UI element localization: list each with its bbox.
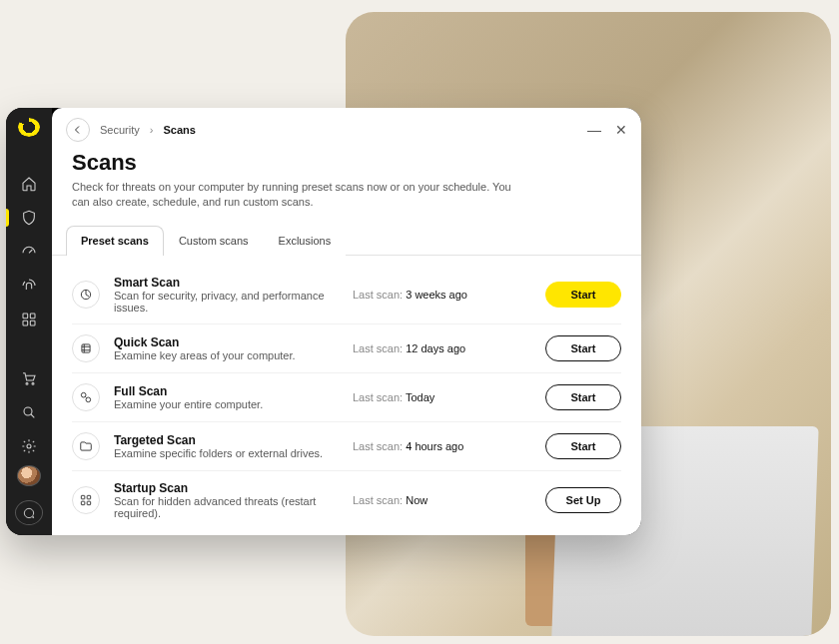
breadcrumb-current: Scans: [163, 124, 195, 136]
nav-performance[interactable]: [6, 237, 52, 267]
svg-point-7: [27, 444, 31, 448]
svg-rect-0: [23, 314, 28, 319]
back-button[interactable]: [66, 118, 90, 142]
svg-point-11: [86, 397, 91, 402]
cart-icon: [21, 370, 37, 386]
startup-scan-icon: [72, 486, 100, 514]
svg-rect-1: [30, 314, 35, 319]
scan-row-startup: Startup Scan Scan for hidden advanced th…: [72, 471, 621, 529]
tabs: Preset scans Custom scans Exclusions: [52, 225, 641, 256]
shield-icon: [21, 210, 37, 226]
svg-point-5: [32, 383, 34, 385]
full-scan-icon: [72, 383, 100, 411]
titlebar: Security › Scans — ✕: [52, 108, 641, 146]
svg-rect-12: [81, 495, 85, 499]
gear-icon: [21, 438, 37, 454]
nav-security[interactable]: [6, 203, 52, 233]
scan-title: Quick Scan: [114, 335, 339, 349]
nav-search[interactable]: [6, 397, 52, 427]
chat-icon: [22, 506, 36, 520]
scan-desc: Scan for hidden advanced threats (restar…: [114, 495, 339, 519]
svg-point-10: [81, 392, 86, 397]
scan-desc: Scan for security, privacy, and performa…: [114, 290, 339, 314]
scan-desc: Examine specific folders or external dri…: [114, 447, 339, 459]
fingerprint-icon: [21, 278, 37, 294]
svg-rect-15: [87, 501, 91, 505]
tab-exclusions[interactable]: Exclusions: [264, 226, 347, 256]
scan-row-smart: Smart Scan Scan for security, privacy, a…: [72, 266, 621, 324]
start-targeted-scan-button[interactable]: Start: [545, 433, 621, 459]
quick-scan-icon: [72, 334, 100, 362]
home-icon: [21, 176, 37, 192]
svg-point-6: [24, 407, 32, 415]
scan-row-targeted: Targeted Scan Examine specific folders o…: [72, 422, 621, 471]
scan-meta: Last scan: Now: [353, 494, 531, 506]
breadcrumb-parent[interactable]: Security: [100, 124, 140, 136]
nav-store[interactable]: [6, 363, 52, 393]
minimize-button[interactable]: —: [587, 123, 601, 137]
gauge-icon: [21, 244, 37, 260]
sidebar: [6, 108, 52, 535]
scan-meta: Last scan: 12 days ago: [353, 342, 531, 354]
start-full-scan-button[interactable]: Start: [545, 384, 621, 410]
start-smart-scan-button[interactable]: Start: [545, 282, 621, 308]
nav-settings[interactable]: [6, 431, 52, 461]
svg-rect-3: [30, 321, 35, 325]
svg-rect-14: [81, 501, 85, 505]
page-header: Scans Check for threats on your computer…: [52, 146, 641, 219]
close-button[interactable]: ✕: [615, 123, 627, 137]
scan-row-full: Full Scan Examine your entire computer. …: [72, 373, 621, 422]
search-icon: [21, 404, 37, 420]
targeted-scan-icon: [72, 432, 100, 460]
scan-desc: Examine key areas of your computer.: [114, 349, 339, 361]
main-panel: Security › Scans — ✕ Scans Check for thr…: [52, 108, 641, 535]
tab-preset-scans[interactable]: Preset scans: [66, 226, 164, 256]
brand-logo-icon[interactable]: [18, 118, 40, 137]
app-window: Security › Scans — ✕ Scans Check for thr…: [6, 108, 641, 535]
scan-title: Full Scan: [114, 384, 339, 398]
scan-meta: Last scan: Today: [353, 391, 531, 403]
start-quick-scan-button[interactable]: Start: [545, 335, 621, 361]
tab-custom-scans[interactable]: Custom scans: [164, 226, 264, 256]
svg-rect-13: [87, 495, 91, 499]
page-title: Scans: [72, 150, 621, 176]
user-avatar[interactable]: [17, 465, 41, 486]
scan-title: Targeted Scan: [114, 433, 339, 447]
smart-scan-icon: [72, 281, 100, 309]
scan-meta: Last scan: 4 hours ago: [353, 440, 531, 452]
support-chat-button[interactable]: [15, 500, 43, 525]
page-subtitle: Check for threats on your computer by ru…: [72, 180, 511, 211]
svg-rect-9: [82, 344, 90, 352]
nav-apps[interactable]: [6, 305, 52, 334]
nav-home[interactable]: [6, 169, 52, 199]
svg-rect-2: [23, 321, 28, 325]
scan-row-quick: Quick Scan Examine key areas of your com…: [72, 324, 621, 373]
scan-meta: Last scan: 3 weeks ago: [353, 289, 531, 301]
chevron-right-icon: ›: [150, 124, 154, 136]
setup-startup-scan-button[interactable]: Set Up: [545, 487, 621, 513]
svg-point-4: [26, 383, 28, 385]
scan-title: Smart Scan: [114, 276, 339, 290]
scan-desc: Examine your entire computer.: [114, 398, 339, 410]
grid-icon: [21, 312, 37, 327]
scan-list: Smart Scan Scan for security, privacy, a…: [52, 256, 641, 533]
arrow-left-icon: [72, 124, 84, 136]
scan-title: Startup Scan: [114, 481, 339, 495]
nav-privacy[interactable]: [6, 271, 52, 301]
